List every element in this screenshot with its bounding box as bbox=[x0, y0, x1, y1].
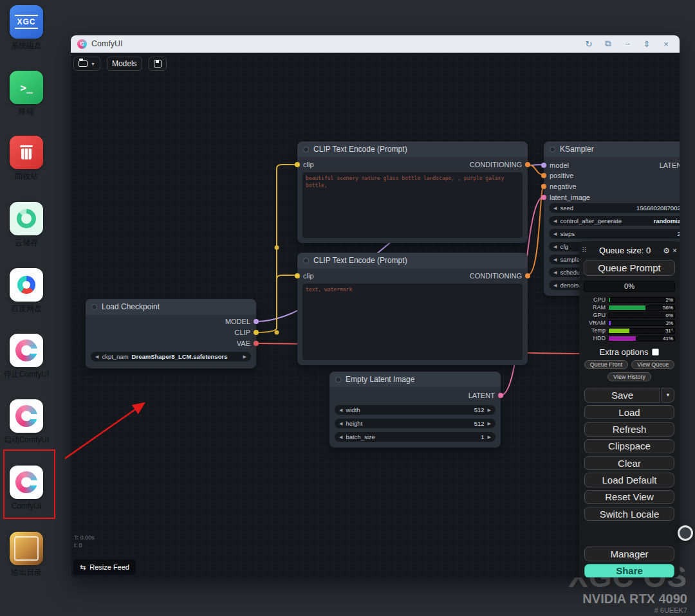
clip-input-dot[interactable] bbox=[295, 162, 300, 167]
reset-view-button[interactable]: Reset View bbox=[584, 490, 674, 504]
shortcut-baidu-netdisk[interactable]: 百度网盘 bbox=[1, 268, 51, 313]
node-header[interactable]: CLIP Text Encode (Prompt) bbox=[297, 141, 528, 157]
window-refresh-button[interactable]: ↻ bbox=[582, 39, 596, 49]
prev-icon[interactable]: ◀ bbox=[553, 206, 557, 211]
view-queue-button[interactable]: View Queue bbox=[631, 360, 674, 369]
shortcut-start-comfyui[interactable]: 启动ComfyUI bbox=[1, 399, 51, 444]
collapse-dot[interactable] bbox=[91, 304, 97, 310]
models-button[interactable]: Models bbox=[107, 57, 142, 71]
prev-icon[interactable]: ◀ bbox=[339, 421, 342, 426]
queue-size-label: Queue size: 0 bbox=[589, 246, 660, 255]
prev-icon[interactable]: ◀ bbox=[553, 270, 557, 275]
vae-output-dot[interactable] bbox=[254, 341, 259, 346]
comfyui-logo-icon bbox=[10, 466, 43, 499]
node-header[interactable]: Empty Latent Image bbox=[329, 372, 501, 387]
model-output-dot[interactable] bbox=[254, 319, 259, 324]
resize-feed-button[interactable]: ⇆ Resize Feed bbox=[73, 559, 136, 575]
prev-icon[interactable]: ◀ bbox=[553, 219, 557, 224]
close-icon[interactable]: × bbox=[672, 246, 677, 255]
clip-input-dot[interactable] bbox=[295, 273, 300, 278]
prompt-textarea[interactable]: text, watermark bbox=[302, 284, 523, 360]
node-load-checkpoint[interactable]: Load Checkpoint MODEL CLIP VAE ◀ ckpt_na… bbox=[86, 299, 256, 368]
conditioning-output-dot[interactable] bbox=[525, 273, 530, 278]
shortcut-cloud-storage[interactable]: 云储存 bbox=[1, 202, 51, 247]
window-close-button[interactable]: × bbox=[659, 39, 673, 49]
control-after-generate-widget[interactable]: ◀ control_after_generate randomize bbox=[549, 216, 680, 226]
steps-widget[interactable]: ◀ steps 20 bbox=[549, 229, 680, 239]
queue-front-button[interactable]: Queue Front bbox=[584, 360, 629, 369]
window-minimize-button[interactable]: − bbox=[620, 39, 635, 49]
workflows-folder-button[interactable]: ▼ bbox=[73, 57, 100, 71]
height-widget[interactable]: ◀ height 512 ▶ bbox=[335, 419, 496, 428]
prompt-textarea[interactable]: beautiful scenery nature glass bottle la… bbox=[302, 172, 523, 238]
desktop: { "colors": { "share_button": "#57e3c2",… bbox=[0, 0, 695, 616]
positive-input-dot[interactable] bbox=[541, 173, 546, 178]
clip-output-dot[interactable] bbox=[254, 330, 259, 335]
chevron-down-icon: ▼ bbox=[91, 62, 95, 66]
shortcut-label: 百度网盘 bbox=[11, 305, 42, 313]
latent-image-input-dot[interactable] bbox=[541, 195, 546, 200]
settings-gear-icon[interactable]: ⚙ bbox=[663, 246, 670, 255]
extra-options-checkbox[interactable] bbox=[652, 349, 659, 356]
drag-handle-icon[interactable]: ⠿ bbox=[582, 246, 587, 255]
latent-output-dot[interactable] bbox=[498, 393, 503, 398]
width-widget[interactable]: ◀ width 512 ▶ bbox=[335, 405, 496, 415]
save-button[interactable]: Save bbox=[584, 388, 660, 403]
next-icon[interactable]: ▶ bbox=[243, 354, 246, 359]
manager-button[interactable]: Manager bbox=[584, 547, 674, 561]
node-header[interactable]: Load Checkpoint bbox=[86, 299, 256, 314]
view-history-button[interactable]: View History bbox=[607, 372, 651, 381]
panel-collapse-toggle[interactable] bbox=[678, 525, 693, 541]
node-empty-latent-image[interactable]: Empty Latent Image LATENT ◀ width 512 ▶ … bbox=[329, 372, 501, 448]
prev-icon[interactable]: ◀ bbox=[339, 408, 342, 413]
next-icon[interactable]: ▶ bbox=[488, 421, 491, 426]
refresh-button[interactable]: Refresh bbox=[584, 422, 674, 436]
window-titlebar[interactable]: C ComfyUI ↻ ⧉ − ⇕ × bbox=[71, 35, 680, 53]
negative-input-dot[interactable] bbox=[541, 184, 546, 189]
seed-widget[interactable]: ◀ seed 15668020870028 bbox=[549, 203, 680, 213]
shortcut-recycle-bin[interactable]: 回收站 bbox=[1, 136, 51, 181]
comfyui-window: C ComfyUI ↻ ⧉ − ⇕ × ▼ Models bbox=[71, 35, 680, 577]
shortcut-system-disk[interactable]: XGC 系统磁盘 bbox=[1, 5, 51, 50]
window-popout-button[interactable]: ⧉ bbox=[601, 39, 615, 49]
window-resize-button[interactable]: ⇕ bbox=[640, 39, 654, 49]
batch-size-widget[interactable]: ◀ batch_size 1 ▶ bbox=[335, 432, 496, 442]
prev-icon[interactable]: ◀ bbox=[339, 435, 342, 440]
cloud-storage-icon bbox=[10, 202, 43, 235]
queue-prompt-button[interactable]: Queue Prompt bbox=[584, 260, 675, 275]
node-header[interactable]: CLIP Text Encode (Prompt) bbox=[297, 253, 528, 268]
prev-icon[interactable]: ◀ bbox=[553, 283, 557, 288]
clear-button[interactable]: Clear bbox=[584, 456, 674, 470]
monitor-ram: RAM 56% bbox=[584, 303, 675, 311]
ckpt-name-widget[interactable]: ◀ ckpt_nam DreamShaper8_LCM.safetensors … bbox=[91, 352, 251, 361]
collapse-dot[interactable] bbox=[303, 258, 309, 264]
prev-icon[interactable]: ◀ bbox=[553, 231, 557, 237]
switch-locale-button[interactable]: Switch Locale bbox=[584, 507, 674, 521]
clipspace-button[interactable]: Clipspace bbox=[584, 439, 674, 453]
collapse-dot[interactable] bbox=[335, 377, 341, 383]
share-button[interactable]: Share bbox=[584, 564, 674, 577]
next-icon[interactable]: ▶ bbox=[488, 435, 491, 440]
queue-panel-header[interactable]: ⠿ Queue size: 0 ⚙ × bbox=[582, 245, 677, 256]
shortcut-comfyui[interactable]: ComfyUI bbox=[1, 466, 51, 511]
next-icon[interactable]: ▶ bbox=[488, 408, 491, 413]
shortcut-stop-comfyui[interactable]: 停止ComfyUI bbox=[1, 334, 51, 379]
node-clip-text-encode-positive[interactable]: CLIP Text Encode (Prompt) clip CONDITION… bbox=[297, 141, 528, 243]
shortcut-terminal[interactable]: >_ 终端 bbox=[1, 71, 51, 116]
save-dropdown-button[interactable]: ▼ bbox=[662, 388, 674, 403]
load-default-button[interactable]: Load Default bbox=[584, 473, 674, 487]
node-header[interactable]: KSampler bbox=[544, 141, 680, 157]
prev-icon[interactable]: ◀ bbox=[553, 257, 557, 262]
prev-icon[interactable]: ◀ bbox=[95, 354, 98, 359]
node-graph-canvas[interactable]: ▼ Models Load Checkpoint MODEL CLIP VAE … bbox=[71, 53, 680, 577]
collapse-dot[interactable] bbox=[303, 147, 309, 152]
shortcut-output-folder[interactable]: 输出目录 bbox=[1, 532, 51, 577]
prev-icon[interactable]: ◀ bbox=[553, 244, 557, 249]
node-clip-text-encode-negative[interactable]: CLIP Text Encode (Prompt) clip CONDITION… bbox=[297, 253, 528, 365]
load-button[interactable]: Load bbox=[584, 405, 674, 419]
collapse-dot[interactable] bbox=[550, 147, 555, 152]
model-input-dot[interactable] bbox=[541, 163, 546, 168]
conditioning-output-dot[interactable] bbox=[525, 162, 530, 167]
save-workflow-button[interactable] bbox=[149, 57, 167, 71]
extra-options-row[interactable]: Extra options bbox=[600, 347, 660, 357]
